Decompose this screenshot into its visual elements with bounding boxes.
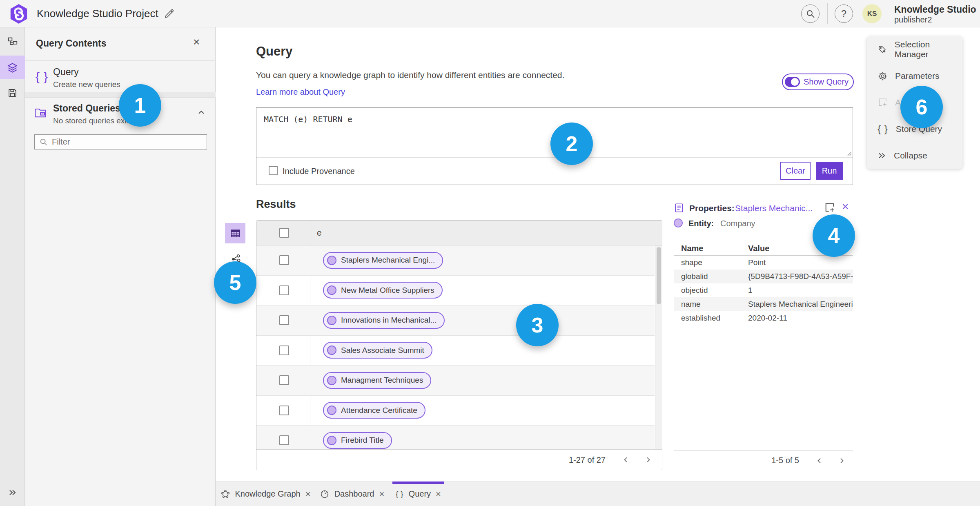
rail-contents-button[interactable] (0, 56, 25, 79)
save-icon (7, 88, 18, 98)
close-properties-icon[interactable]: × (842, 201, 849, 212)
select-all-checkbox[interactable] (279, 228, 289, 238)
tab-dashboard[interactable]: Dashboard × (316, 482, 388, 506)
row-checkbox[interactable] (279, 435, 289, 445)
entity-pill[interactable]: Attendance Certificate (323, 402, 425, 419)
results-pagination-text: 1-27 of 27 (569, 455, 606, 465)
avatar[interactable]: KS (862, 4, 882, 23)
add-to-selection-icon[interactable] (824, 202, 835, 213)
properties-label: Properties: (689, 203, 735, 213)
tab-knowledge-graph[interactable]: Knowledge Graph × (219, 482, 312, 506)
gear-icon (878, 71, 888, 81)
entity-dot-icon (327, 406, 336, 415)
chevron-right-icon (645, 457, 651, 463)
properties-pagination: 1-5 of 5 (674, 450, 853, 470)
chevron-up-icon[interactable] (197, 108, 205, 116)
table-row: Sales Associate Summit (256, 336, 655, 366)
properties-entity-link[interactable]: Staplers Mechanic... (735, 203, 813, 213)
menu-item-selection-manager[interactable]: Selection Manager (867, 36, 962, 63)
table-row: New Metal Office Suppliers (256, 276, 655, 306)
entity-pill[interactable]: Sales Associate Summit (323, 342, 432, 359)
annotation-badge-6: 6 (900, 86, 943, 128)
tab-query[interactable]: { } Query × (392, 482, 444, 506)
properties-next-page-button[interactable] (838, 457, 845, 464)
include-provenance-label: Include Provenance (283, 167, 355, 176)
results-prev-page-button[interactable] (623, 457, 629, 463)
menu-item-parameters[interactable]: Parameters (867, 63, 962, 89)
knowledge-studio-app: Knowledge Studio Project ? KS Knowledge … (0, 0, 980, 506)
entity-pill[interactable]: Staplers Mechanical Engi... (323, 252, 443, 269)
page-title: Query (256, 44, 293, 59)
close-tab-icon[interactable]: × (379, 490, 384, 499)
properties-panel-icon (674, 203, 684, 213)
column-header-e: e (317, 228, 322, 238)
double-chevron-right-icon (8, 488, 17, 497)
row-checkbox[interactable] (279, 375, 289, 385)
results-scrollbar[interactable] (655, 245, 662, 449)
close-tab-icon[interactable]: × (436, 490, 441, 499)
question-icon: ? (841, 8, 846, 20)
show-query-toggle[interactable]: Show Query (782, 74, 854, 90)
table-row: Staplers Mechanical Engi... (256, 245, 655, 276)
double-chevron-right-icon (878, 151, 886, 160)
entity-pill[interactable]: Firebird Title (323, 432, 392, 449)
sidebar-item-query[interactable]: { } Query Create new queries (25, 61, 216, 92)
row-checkbox[interactable] (279, 406, 289, 415)
left-icon-rail (0, 27, 25, 506)
table-row: Attendance Certificate (256, 396, 655, 426)
entity-pill[interactable]: Managment Techniques (323, 372, 431, 389)
annotation-badge-5: 5 (214, 261, 256, 304)
results-next-page-button[interactable] (645, 457, 651, 463)
edit-title-icon[interactable] (163, 8, 175, 20)
app-logo-icon[interactable] (9, 4, 29, 24)
annotation-badge-1: 1 (119, 84, 161, 127)
search-button[interactable] (801, 4, 820, 23)
results-table-card: e Staplers Mechanical Engi... New Metal … (256, 220, 662, 470)
properties-pagination-text: 1-5 of 5 (771, 456, 799, 465)
annotation-badge-3: 3 (516, 304, 559, 346)
resize-handle-icon[interactable] (846, 150, 851, 156)
learn-more-link[interactable]: Learn more about Query (256, 87, 345, 97)
show-query-label: Show Query (804, 77, 849, 87)
row-checkbox[interactable] (279, 346, 289, 355)
annotation-badge-4: 4 (813, 214, 855, 257)
entity-dot-icon (327, 256, 336, 265)
rail-data-model-button[interactable] (0, 30, 25, 54)
row-checkbox[interactable] (279, 285, 289, 295)
properties-prev-page-button[interactable] (816, 457, 823, 464)
properties-table-body: shape Point globalid {5D9B4713-F98D-4A53… (674, 256, 853, 325)
properties-col-value: Value (748, 244, 769, 253)
entity-dot-icon (327, 436, 336, 445)
property-row: shape Point (674, 256, 853, 270)
row-checkbox[interactable] (279, 255, 289, 265)
close-panel-icon[interactable]: × (193, 36, 200, 48)
search-icon (40, 138, 48, 146)
entity-label: Entity: (688, 219, 714, 228)
toggle-track (785, 77, 800, 87)
run-button[interactable]: Run (816, 162, 843, 180)
query-contents-header: Query Contents × (25, 27, 216, 61)
user-name: Knowledge Studio (894, 4, 976, 15)
entity-dot-icon (327, 285, 336, 295)
filter-input[interactable] (52, 137, 191, 147)
results-table-body: Staplers Mechanical Engi... New Metal Of… (256, 245, 655, 449)
dashboard-icon (320, 489, 330, 499)
table-view-button[interactable] (225, 223, 245, 243)
entity-pill[interactable]: Innovations in Mechanical... (323, 312, 445, 329)
property-row: objectid 1 (674, 283, 853, 297)
scrollbar-thumb[interactable] (657, 247, 661, 304)
entity-pill[interactable]: New Metal Office Suppliers (323, 282, 443, 299)
topbar-divider (827, 3, 828, 24)
clear-button[interactable]: Clear (780, 162, 811, 180)
include-provenance-checkbox[interactable] (269, 166, 278, 175)
property-row: globalid {5D9B4713-F98D-4A53-A59F-C11... (674, 270, 853, 283)
entity-dot-icon (327, 346, 336, 355)
rail-expand-button[interactable] (0, 481, 25, 504)
search-icon (806, 9, 815, 18)
row-checkbox[interactable] (279, 315, 289, 325)
close-tab-icon[interactable]: × (305, 490, 311, 499)
help-button[interactable]: ? (835, 4, 853, 23)
menu-item-collapse[interactable]: Collapse (867, 142, 962, 169)
add-to-selection-icon (878, 97, 888, 107)
rail-save-button[interactable] (0, 81, 25, 105)
